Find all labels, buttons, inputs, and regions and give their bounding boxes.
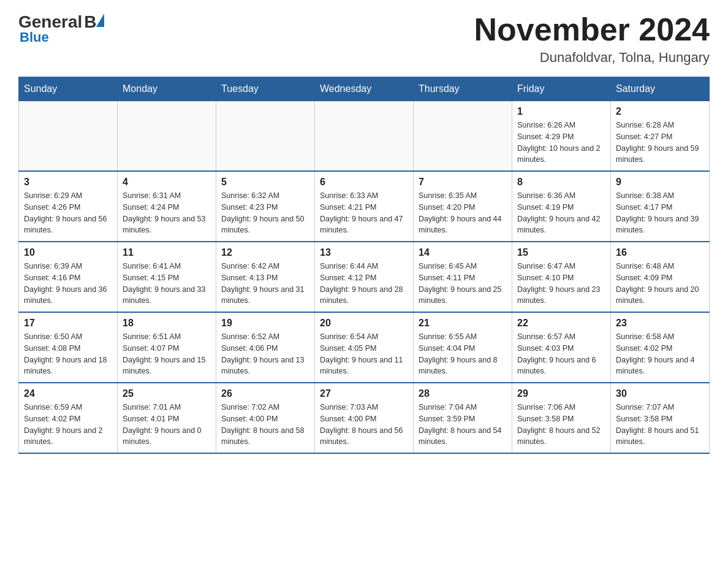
day-number: 17 [24, 318, 112, 329]
calendar-week-row: 1Sunrise: 6:26 AM Sunset: 4:29 PM Daylig… [19, 101, 710, 172]
table-row: 29Sunrise: 7:06 AM Sunset: 3:58 PM Dayli… [512, 383, 611, 453]
day-number: 21 [419, 318, 507, 329]
table-row: 22Sunrise: 6:57 AM Sunset: 4:03 PM Dayli… [512, 312, 611, 383]
calendar-week-row: 10Sunrise: 6:39 AM Sunset: 4:16 PM Dayli… [19, 242, 710, 312]
table-row: 10Sunrise: 6:39 AM Sunset: 4:16 PM Dayli… [19, 242, 118, 312]
day-info: Sunrise: 6:42 AM Sunset: 4:13 PM Dayligh… [221, 261, 309, 307]
weekday-header-row: Sunday Monday Tuesday Wednesday Thursday… [19, 77, 710, 101]
page-header: General B Blue November 2024 Dunafoldvar… [18, 12, 710, 66]
day-info: Sunrise: 6:47 AM Sunset: 4:10 PM Dayligh… [517, 261, 605, 307]
day-number: 24 [24, 388, 112, 399]
table-row: 2Sunrise: 6:28 AM Sunset: 4:27 PM Daylig… [611, 101, 710, 172]
day-info: Sunrise: 6:41 AM Sunset: 4:15 PM Dayligh… [123, 261, 211, 307]
table-row: 17Sunrise: 6:50 AM Sunset: 4:08 PM Dayli… [19, 312, 118, 383]
day-info: Sunrise: 7:07 AM Sunset: 3:58 PM Dayligh… [616, 402, 704, 448]
day-info: Sunrise: 6:32 AM Sunset: 4:23 PM Dayligh… [221, 190, 309, 236]
day-number: 14 [419, 247, 507, 258]
day-info: Sunrise: 7:03 AM Sunset: 4:00 PM Dayligh… [320, 402, 408, 448]
table-row: 18Sunrise: 6:51 AM Sunset: 4:07 PM Dayli… [118, 312, 216, 383]
table-row [414, 101, 512, 172]
day-number: 20 [320, 318, 408, 329]
day-info: Sunrise: 7:06 AM Sunset: 3:58 PM Dayligh… [517, 402, 605, 448]
day-number: 26 [221, 388, 309, 399]
day-info: Sunrise: 6:57 AM Sunset: 4:03 PM Dayligh… [517, 331, 605, 377]
table-row: 14Sunrise: 6:45 AM Sunset: 4:11 PM Dayli… [414, 242, 512, 312]
table-row: 28Sunrise: 7:04 AM Sunset: 3:59 PM Dayli… [414, 383, 512, 453]
location-subtitle: Dunafoldvar, Tolna, Hungary [474, 50, 710, 66]
table-row [315, 101, 414, 172]
day-number: 11 [123, 247, 211, 258]
day-number: 23 [616, 318, 704, 329]
day-number: 8 [517, 177, 605, 188]
day-number: 15 [517, 247, 605, 258]
table-row: 15Sunrise: 6:47 AM Sunset: 4:10 PM Dayli… [512, 242, 611, 312]
table-row: 12Sunrise: 6:42 AM Sunset: 4:13 PM Dayli… [216, 242, 315, 312]
table-row: 3Sunrise: 6:29 AM Sunset: 4:26 PM Daylig… [19, 171, 118, 242]
day-info: Sunrise: 6:52 AM Sunset: 4:06 PM Dayligh… [221, 331, 309, 377]
day-number: 18 [123, 318, 211, 329]
table-row: 30Sunrise: 7:07 AM Sunset: 3:58 PM Dayli… [611, 383, 710, 453]
day-number: 6 [320, 177, 408, 188]
table-row [216, 101, 315, 172]
calendar-table: Sunday Monday Tuesday Wednesday Thursday… [18, 77, 710, 454]
day-info: Sunrise: 6:31 AM Sunset: 4:24 PM Dayligh… [123, 190, 211, 236]
table-row: 11Sunrise: 6:41 AM Sunset: 4:15 PM Dayli… [118, 242, 216, 312]
day-info: Sunrise: 6:50 AM Sunset: 4:08 PM Dayligh… [24, 331, 112, 377]
day-number: 30 [616, 388, 704, 399]
day-info: Sunrise: 6:38 AM Sunset: 4:17 PM Dayligh… [616, 190, 704, 236]
day-info: Sunrise: 6:55 AM Sunset: 4:04 PM Dayligh… [419, 331, 507, 377]
header-wednesday: Wednesday [315, 77, 414, 101]
table-row: 8Sunrise: 6:36 AM Sunset: 4:19 PM Daylig… [512, 171, 611, 242]
day-number: 9 [616, 177, 704, 188]
day-info: Sunrise: 6:39 AM Sunset: 4:16 PM Dayligh… [24, 261, 112, 307]
table-row: 25Sunrise: 7:01 AM Sunset: 4:01 PM Dayli… [118, 383, 216, 453]
table-row: 13Sunrise: 6:44 AM Sunset: 4:12 PM Dayli… [315, 242, 414, 312]
day-info: Sunrise: 6:58 AM Sunset: 4:02 PM Dayligh… [616, 331, 704, 377]
day-info: Sunrise: 6:35 AM Sunset: 4:20 PM Dayligh… [419, 190, 507, 236]
header-monday: Monday [118, 77, 216, 101]
day-number: 16 [616, 247, 704, 258]
day-number: 25 [123, 388, 211, 399]
header-tuesday: Tuesday [216, 77, 315, 101]
day-info: Sunrise: 6:59 AM Sunset: 4:02 PM Dayligh… [24, 402, 112, 448]
table-row: 4Sunrise: 6:31 AM Sunset: 4:24 PM Daylig… [118, 171, 216, 242]
table-row [118, 101, 216, 172]
day-number: 13 [320, 247, 408, 258]
table-row: 27Sunrise: 7:03 AM Sunset: 4:00 PM Dayli… [315, 383, 414, 453]
day-number: 4 [123, 177, 211, 188]
table-row: 26Sunrise: 7:02 AM Sunset: 4:00 PM Dayli… [216, 383, 315, 453]
day-number: 7 [419, 177, 507, 188]
day-number: 10 [24, 247, 112, 258]
day-info: Sunrise: 6:54 AM Sunset: 4:05 PM Dayligh… [320, 331, 408, 377]
day-info: Sunrise: 7:04 AM Sunset: 3:59 PM Dayligh… [419, 402, 507, 448]
table-row: 5Sunrise: 6:32 AM Sunset: 4:23 PM Daylig… [216, 171, 315, 242]
day-number: 28 [419, 388, 507, 399]
table-row: 23Sunrise: 6:58 AM Sunset: 4:02 PM Dayli… [611, 312, 710, 383]
day-number: 22 [517, 318, 605, 329]
day-number: 1 [517, 106, 605, 117]
calendar-week-row: 17Sunrise: 6:50 AM Sunset: 4:08 PM Dayli… [19, 312, 710, 383]
table-row: 6Sunrise: 6:33 AM Sunset: 4:21 PM Daylig… [315, 171, 414, 242]
table-row: 1Sunrise: 6:26 AM Sunset: 4:29 PM Daylig… [512, 101, 611, 172]
table-row: 21Sunrise: 6:55 AM Sunset: 4:04 PM Dayli… [414, 312, 512, 383]
logo: General B Blue [18, 12, 104, 45]
day-info: Sunrise: 6:51 AM Sunset: 4:07 PM Dayligh… [123, 331, 211, 377]
day-number: 3 [24, 177, 112, 188]
day-info: Sunrise: 6:48 AM Sunset: 4:09 PM Dayligh… [616, 261, 704, 307]
day-number: 19 [221, 318, 309, 329]
header-sunday: Sunday [19, 77, 118, 101]
header-saturday: Saturday [611, 77, 710, 101]
calendar-week-row: 3Sunrise: 6:29 AM Sunset: 4:26 PM Daylig… [19, 171, 710, 242]
title-area: November 2024 Dunafoldvar, Tolna, Hungar… [474, 12, 710, 66]
day-number: 29 [517, 388, 605, 399]
header-friday: Friday [512, 77, 611, 101]
table-row: 16Sunrise: 6:48 AM Sunset: 4:09 PM Dayli… [611, 242, 710, 312]
header-thursday: Thursday [414, 77, 512, 101]
table-row: 19Sunrise: 6:52 AM Sunset: 4:06 PM Dayli… [216, 312, 315, 383]
day-info: Sunrise: 7:01 AM Sunset: 4:01 PM Dayligh… [123, 402, 211, 448]
table-row: 24Sunrise: 6:59 AM Sunset: 4:02 PM Dayli… [19, 383, 118, 453]
day-info: Sunrise: 6:45 AM Sunset: 4:11 PM Dayligh… [419, 261, 507, 307]
calendar-week-row: 24Sunrise: 6:59 AM Sunset: 4:02 PM Dayli… [19, 383, 710, 453]
table-row: 7Sunrise: 6:35 AM Sunset: 4:20 PM Daylig… [414, 171, 512, 242]
month-year-title: November 2024 [474, 12, 710, 47]
